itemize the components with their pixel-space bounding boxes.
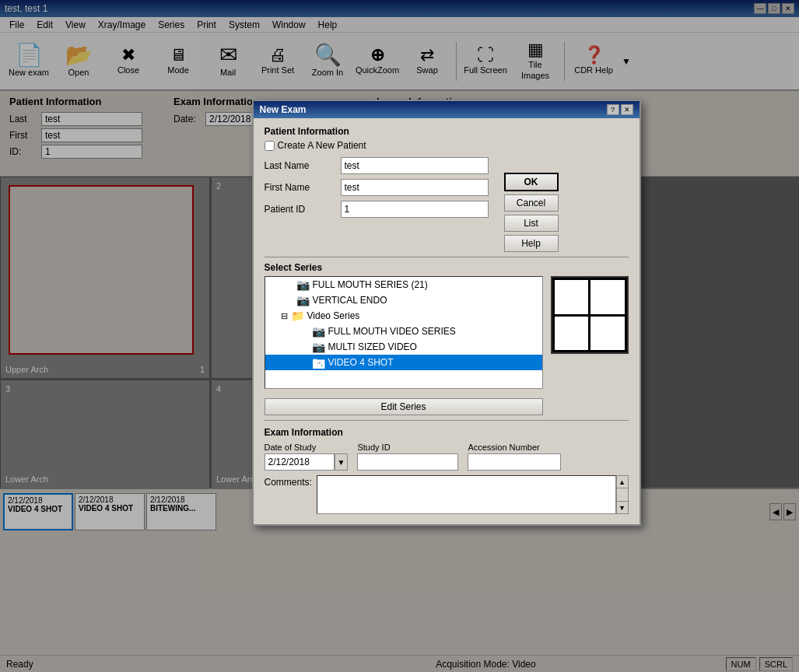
- last-name-group: Last Name: [265, 157, 489, 174]
- preview-cell-2: [590, 280, 625, 314]
- create-new-patient-checkbox[interactable]: [265, 141, 275, 151]
- series-multi-sized-label: MULTI SIZED VIDEO: [328, 341, 417, 352]
- series-list[interactable]: 📷 FULL MOUTH SERIES (21) 📷 VERTICAL ENDO…: [265, 276, 543, 389]
- divider-2: [265, 420, 629, 421]
- date-of-study-input[interactable]: [265, 453, 335, 471]
- study-id-label: Study ID: [357, 443, 458, 452]
- last-name-input[interactable]: [341, 157, 489, 174]
- preview-cell-3: [555, 317, 589, 351]
- series-full-mouth-label: FULL MOUTH SERIES (21): [313, 279, 428, 290]
- last-name-label: Last Name: [265, 160, 335, 171]
- comments-row: Comments: ▲ ▼: [265, 475, 629, 516]
- comments-container: ▲ ▼: [317, 475, 629, 516]
- dialog-title: New Exam: [260, 104, 307, 115]
- date-of-study-label: Date of Study: [265, 443, 349, 452]
- preview-col: [551, 276, 629, 354]
- folder-expand-icon: ⊟: [281, 311, 288, 321]
- dialog-title-bar: New Exam ? ✕: [254, 101, 640, 118]
- series-full-mouth-video-label: FULL MOUTH VIDEO SERIES: [328, 326, 456, 337]
- exam-info-fields-row: Date of Study ▼ Study ID Accession Numbe…: [265, 443, 629, 471]
- first-name-group: First Name: [265, 179, 489, 196]
- comments-scroll-track: [617, 488, 628, 501]
- accession-number-input[interactable]: [468, 453, 561, 471]
- first-name-input[interactable]: [341, 179, 489, 196]
- series-vertical-endo-label: VERTICAL ENDO: [313, 295, 387, 306]
- accession-number-label: Accession Number: [468, 443, 561, 452]
- study-id-field: Study ID: [357, 443, 458, 471]
- series-full-mouth[interactable]: 📷 FULL MOUTH SERIES (21): [265, 277, 542, 292]
- create-new-patient-label: Create A New Patient: [278, 140, 366, 151]
- select-series-label: Select Series: [265, 262, 629, 273]
- date-of-study-field: Date of Study ▼: [265, 443, 349, 471]
- dialog-close-button[interactable]: ✕: [621, 104, 633, 115]
- dialog-buttons: OK Cancel List Help: [504, 173, 559, 252]
- series-preview-row: 📷 FULL MOUTH SERIES (21) 📷 VERTICAL ENDO…: [265, 276, 629, 415]
- edit-series-button[interactable]: Edit Series: [265, 398, 543, 415]
- patient-id-label: Patient ID: [265, 204, 335, 215]
- comments-textarea[interactable]: [317, 475, 616, 514]
- series-vertical-endo[interactable]: 📷 VERTICAL ENDO: [265, 292, 542, 308]
- series-multi-sized-icon: 📷: [312, 341, 325, 353]
- comments-scroll-up[interactable]: ▲: [617, 476, 628, 488]
- help-button[interactable]: Help: [504, 235, 559, 252]
- series-list-col: 📷 FULL MOUTH SERIES (21) 📷 VERTICAL ENDO…: [265, 276, 543, 415]
- patient-fields-row: Last Name First Name Patient ID: [265, 157, 629, 252]
- modal-overlay: New Exam ? ✕ Patient Information Create …: [0, 0, 799, 672]
- dialog-controls: ? ✕: [607, 104, 633, 115]
- create-new-patient-row: Create A New Patient: [265, 140, 629, 151]
- patient-info-group-label: Patient Information: [265, 126, 629, 137]
- cancel-button[interactable]: Cancel: [504, 194, 559, 212]
- patient-info-group: Patient Information Create A New Patient…: [265, 126, 629, 252]
- comments-scroll-down[interactable]: ▼: [617, 501, 628, 513]
- series-full-mouth-video[interactable]: 📷 FULL MOUTH VIDEO SERIES: [265, 324, 542, 339]
- preview-cell-1: [555, 280, 589, 314]
- series-video-4-shot-label: VIDEO 4 SHOT: [328, 357, 394, 368]
- dialog-help-title-button[interactable]: ?: [607, 104, 619, 115]
- ok-button[interactable]: OK: [504, 173, 559, 191]
- series-full-mouth-icon: 📷: [296, 278, 310, 291]
- exam-info-dialog-group: Exam Information Date of Study ▼ Study I…: [265, 427, 629, 516]
- study-id-input[interactable]: [357, 453, 458, 471]
- new-exam-dialog: New Exam ? ✕ Patient Information Create …: [252, 100, 641, 526]
- list-button[interactable]: List: [504, 215, 559, 232]
- accession-number-field: Accession Number: [468, 443, 561, 471]
- series-vertical-endo-icon: 📷: [296, 294, 310, 306]
- series-video-4-shot-icon: 📷: [312, 356, 325, 369]
- folder-icon: 📁: [291, 310, 304, 322]
- series-multi-sized[interactable]: 📷 MULTI SIZED VIDEO: [265, 339, 542, 355]
- exam-info-dialog-label: Exam Information: [265, 427, 629, 438]
- comments-label: Comments:: [265, 475, 312, 488]
- divider-1: [265, 257, 629, 257]
- series-video-folder-label: Video Series: [307, 310, 360, 321]
- patient-fields: Last Name First Name Patient ID: [265, 157, 489, 222]
- date-of-study-row: ▼: [265, 453, 349, 471]
- dialog-body: Patient Information Create A New Patient…: [254, 118, 640, 524]
- series-full-mouth-video-icon: 📷: [312, 325, 325, 338]
- first-name-label: First Name: [265, 182, 335, 193]
- patient-id-group: Patient ID: [265, 201, 489, 218]
- series-video-folder[interactable]: ⊟ 📁 Video Series: [265, 308, 542, 324]
- preview-cell-4: [590, 317, 625, 351]
- series-video-4-shot[interactable]: 📷 VIDEO 4 SHOT: [265, 355, 542, 370]
- comments-scrollbar: ▲ ▼: [616, 475, 629, 514]
- series-preview-grid: [551, 276, 629, 354]
- date-picker-button[interactable]: ▼: [335, 453, 349, 471]
- select-series-group: Select Series 📷 FULL MOUTH SERIES (21) 📷: [265, 262, 629, 415]
- patient-id-input[interactable]: [341, 201, 489, 218]
